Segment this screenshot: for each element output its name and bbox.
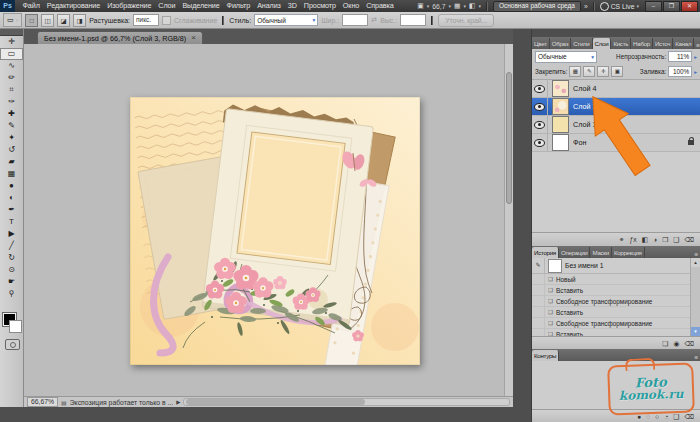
- link-layers-icon[interactable]: ⚭: [619, 236, 625, 244]
- workspace-switcher-button[interactable]: Основная рабочая среда: [493, 1, 581, 12]
- document-tab[interactable]: Без имени-1.psd @ 66,7% (Слой 3, RGB/8) …: [37, 31, 203, 44]
- history-brush-well[interactable]: [532, 274, 545, 284]
- new-snapshot-icon[interactable]: ◉: [673, 340, 679, 348]
- screen-mode-icon[interactable]: ◧: [469, 2, 475, 10]
- quick-selection-tool[interactable]: ✏: [0, 72, 23, 84]
- dock-grip[interactable]: [532, 29, 700, 37]
- history-state-label[interactable]: Вставить: [556, 287, 583, 294]
- cs-live-button[interactable]: CS Live▾: [600, 2, 639, 11]
- history-state-label[interactable]: Свободное трансформирование: [556, 298, 652, 305]
- tab-adjustments[interactable]: Коррекция: [612, 247, 645, 258]
- blur-tool[interactable]: ●: [0, 180, 23, 192]
- menu-filter[interactable]: Фильтр: [223, 0, 254, 12]
- layer-row-4[interactable]: Слой 4: [532, 80, 700, 98]
- layer-row-1[interactable]: Слой 1: [532, 116, 700, 134]
- dodge-tool[interactable]: ◐: [0, 192, 23, 204]
- history-brush-source-well[interactable]: ✎: [532, 258, 545, 273]
- history-state-row[interactable]: ❏Вставить: [532, 285, 700, 296]
- selection-to-path-icon[interactable]: ◔: [664, 413, 668, 420]
- tab-masks[interactable]: Маски: [590, 247, 611, 258]
- history-state-row[interactable]: ❏Свободное трансформирование: [532, 318, 700, 329]
- fill-spinner-icon[interactable]: ▸: [694, 69, 697, 75]
- layer-thumbnail[interactable]: [552, 134, 569, 151]
- menu-file[interactable]: Файл: [19, 0, 43, 12]
- brush-tool[interactable]: ✎: [0, 120, 23, 132]
- layer-group-icon[interactable]: ❒: [662, 236, 668, 244]
- tab-actions[interactable]: Операции: [559, 247, 591, 258]
- zoom-level-value[interactable]: 66,7: [432, 3, 445, 10]
- swap-dimensions-icon[interactable]: ⇄: [371, 16, 377, 24]
- style-select[interactable]: Обычный▾: [254, 14, 318, 26]
- pen-tool[interactable]: ✒: [0, 204, 23, 216]
- tab-history[interactable]: История: [532, 247, 559, 258]
- new-path-icon[interactable]: ❑: [673, 413, 679, 421]
- fill-input[interactable]: 100%: [668, 66, 692, 77]
- history-state-row[interactable]: ❏Новый: [532, 274, 700, 285]
- lock-all-button[interactable]: ▣: [611, 66, 623, 77]
- tab-layers[interactable]: Слои: [593, 38, 612, 49]
- view-extras-icon[interactable]: ▦: [454, 2, 460, 10]
- layer-mask-icon[interactable]: ◧: [642, 236, 648, 244]
- width-input[interactable]: [342, 14, 368, 26]
- arrange-documents-icon[interactable]: ▣: [417, 2, 423, 10]
- layer-thumbnail[interactable]: [552, 98, 569, 115]
- history-brush-well[interactable]: [532, 307, 545, 317]
- status-zoom-input[interactable]: 66,67%: [27, 397, 58, 407]
- type-tool[interactable]: T: [0, 216, 23, 228]
- horizontal-scrollbar-thumb[interactable]: [186, 399, 365, 405]
- 3d-rotate-tool[interactable]: ↻: [0, 252, 23, 264]
- layer-name[interactable]: Слой 1: [573, 120, 596, 129]
- intersect-selection-mode-button[interactable]: ◨: [73, 14, 86, 27]
- history-brush-tool[interactable]: ↺: [0, 144, 23, 156]
- visibility-toggle[interactable]: [532, 98, 548, 115]
- layer-name[interactable]: Слой 4: [573, 84, 596, 93]
- clone-stamp-tool[interactable]: ✦: [0, 132, 23, 144]
- blend-mode-select[interactable]: Обычные ▾: [535, 51, 597, 63]
- snapshot-name[interactable]: Без имени 1: [565, 262, 604, 269]
- tool-preset-picker[interactable]: ▭▾: [3, 13, 22, 27]
- tab-presets[interactable]: Набор: [631, 38, 653, 49]
- history-brush-well[interactable]: [532, 296, 545, 306]
- scroll-up-icon[interactable]: ▴: [691, 258, 700, 267]
- layer-style-icon[interactable]: ƒx: [629, 236, 636, 243]
- history-brush-well[interactable]: [532, 285, 545, 295]
- layer-thumbnail[interactable]: [552, 116, 569, 133]
- layer-row-3-selected[interactable]: Слой 3: [532, 98, 700, 116]
- lock-position-button[interactable]: ✛: [597, 66, 609, 77]
- history-brush-well[interactable]: [532, 318, 545, 328]
- height-input[interactable]: [400, 14, 426, 26]
- horizontal-scrollbar[interactable]: [183, 398, 510, 406]
- scroll-down-icon[interactable]: ▾: [691, 327, 700, 336]
- panel-menu-icon[interactable]: ≡: [693, 354, 700, 361]
- menu-help[interactable]: Справка: [363, 0, 398, 12]
- history-state-label[interactable]: Вставить: [556, 309, 583, 316]
- line-tool[interactable]: ╱: [0, 240, 23, 252]
- layer-name[interactable]: Фон: [573, 138, 586, 147]
- zoom-tool[interactable]: ⚲: [0, 288, 23, 300]
- lock-transparency-button[interactable]: ▦: [569, 66, 581, 77]
- menu-image[interactable]: Изображение: [104, 0, 155, 12]
- tab-styles[interactable]: Стили: [571, 38, 592, 49]
- delete-state-icon[interactable]: ⌫: [684, 340, 694, 348]
- rectangular-marquee-tool[interactable]: ▭: [0, 48, 23, 60]
- antialias-checkbox[interactable]: [162, 16, 171, 25]
- tab-channels[interactable]: Канал: [673, 38, 694, 49]
- visibility-toggle[interactable]: [532, 134, 548, 151]
- healing-brush-tool[interactable]: ✚: [0, 108, 23, 120]
- adjustment-layer-icon[interactable]: ◑: [653, 236, 657, 243]
- quick-mask-button[interactable]: [5, 339, 20, 350]
- add-selection-mode-button[interactable]: ◫: [41, 14, 54, 27]
- menu-window[interactable]: Окно: [339, 0, 362, 12]
- eyedropper-tool[interactable]: ✑: [0, 96, 23, 108]
- 3d-orbit-tool[interactable]: ⊙: [0, 264, 23, 276]
- tab-swatches[interactable]: Образ: [550, 38, 572, 49]
- visibility-toggle[interactable]: [532, 116, 548, 133]
- history-scrollbar[interactable]: ▴ ▾: [690, 258, 700, 336]
- restore-button[interactable]: ❐: [663, 1, 680, 12]
- canvas-area[interactable]: [24, 44, 513, 397]
- minimize-button[interactable]: –: [645, 1, 662, 12]
- move-tool[interactable]: ✛: [0, 36, 23, 48]
- delete-path-icon[interactable]: ⌫: [684, 413, 694, 421]
- history-state-row[interactable]: ❏Свободное трансформирование: [532, 296, 700, 307]
- menu-3d[interactable]: 3D: [284, 0, 300, 12]
